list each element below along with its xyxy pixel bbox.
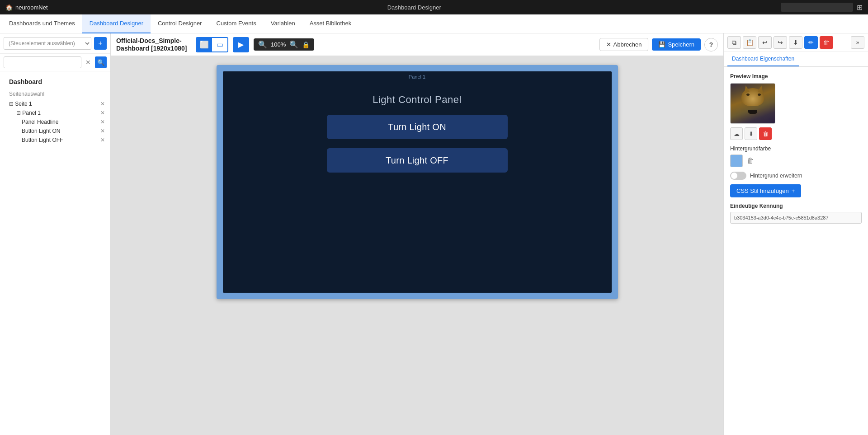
right-tool-download-button[interactable]: ⬇ — [789, 36, 802, 49]
sidebar: (Steuerelement auswählen) + ✕ 🔍 Dashboar… — [0, 33, 111, 435]
view-toggle: ⬜ ▭ — [196, 37, 228, 52]
main-layout: (Steuerelement auswählen) + ✕ 🔍 Dashboar… — [0, 33, 868, 435]
action-buttons: ✕ Abbrechen 💾 Speichern ? — [599, 38, 718, 51]
tree-item-panel1[interactable]: ⊟ Panel 1 ✕ — [2, 108, 108, 117]
tree-item-close-panel1[interactable]: ✕ — [100, 110, 105, 116]
tree-section: Seitenauswahl — [2, 89, 108, 99]
tree-item-label-panel-headline: Panel Headline — [22, 119, 58, 125]
cat-preview-image — [731, 84, 775, 123]
hintergrundfarbe-label: Hintergrundfarbe — [730, 145, 862, 152]
preview-upload-button[interactable]: ☁ — [730, 127, 743, 140]
add-control-button[interactable]: + — [94, 37, 107, 50]
tab-dashboard-eigenschaften[interactable]: Dashboard Eigenschaften — [727, 52, 799, 66]
preview-image-section-title: Preview Image — [730, 73, 862, 80]
nav-tabs: Dashboards und Themes Dashboard Designer… — [0, 14, 868, 33]
tree-root: Dashboard — [2, 75, 108, 89]
tree-item-seite1[interactable]: ⊟ Seite 1 ✕ — [2, 99, 108, 108]
save-label: Speichern — [668, 41, 694, 48]
tree-item-close-seite1[interactable]: ✕ — [100, 101, 105, 107]
tree-item-close-btn-on[interactable]: ✕ — [100, 128, 105, 134]
sidebar-clear-button[interactable]: ✕ — [83, 57, 93, 67]
hintergrund-erweitern-toggle[interactable] — [730, 172, 746, 180]
eindeutige-kennung-label: Eindeutige Kennung — [730, 203, 862, 209]
props-content: Preview Image ☁ ⬇ 🗑 Hintergrundfarbe — [724, 67, 868, 435]
color-delete-button[interactable]: 🗑 — [745, 156, 755, 166]
css-plus-icon: + — [792, 187, 795, 194]
right-tool-edit-button[interactable]: ✏ — [804, 36, 818, 49]
tree-item-label-seite1: ⊟ Seite 1 — [9, 101, 32, 107]
cancel-x-icon: ✕ — [606, 41, 611, 48]
view-split-button[interactable]: ▭ — [212, 38, 227, 51]
right-expand-button[interactable]: » — [851, 36, 864, 49]
preview-image-box — [730, 83, 775, 124]
turn-light-on-button[interactable]: Turn Light ON — [327, 115, 508, 139]
color-swatch[interactable] — [730, 154, 743, 167]
topbar-search-input[interactable] — [781, 3, 853, 12]
zoom-out-button[interactable]: 🔍 — [258, 40, 267, 49]
sidebar-search-button[interactable]: 🔍 — [95, 56, 107, 68]
preview-image-actions: ☁ ⬇ 🗑 — [730, 127, 862, 140]
tree-item-close-panel-headline[interactable]: ✕ — [100, 119, 105, 125]
color-row: 🗑 — [730, 154, 862, 167]
uuid-input[interactable] — [730, 212, 862, 224]
zoom-level: 100% — [271, 41, 286, 48]
cancel-button[interactable]: ✕ Abbrechen — [599, 38, 649, 51]
tab-custom-events[interactable]: Custom Events — [209, 14, 264, 33]
view-desktop-button[interactable]: ⬜ — [197, 38, 212, 51]
right-tool-delete-button[interactable]: 🗑 — [820, 36, 833, 49]
tree-container: Dashboard Seitenauswahl ⊟ Seite 1 ✕ ⊟ Pa… — [0, 71, 110, 435]
play-icon: ▶ — [238, 40, 244, 49]
save-icon: 💾 — [658, 41, 665, 48]
tab-asset-bibliothek[interactable]: Asset Bibliothek — [302, 14, 359, 33]
right-tool-redo-button[interactable]: ↪ — [774, 36, 787, 49]
tree-section-label: Seitenauswahl — [5, 90, 48, 98]
topbar: 🏠 neuroomNet Dashboard Designer ⊞ — [0, 0, 868, 14]
app-name: neuroomNet — [15, 4, 48, 11]
panel-title: Light Control Panel — [373, 94, 462, 106]
css-add-button[interactable]: CSS Stil hinzufügen + — [730, 184, 801, 197]
tree-item-panel-headline[interactable]: Panel Headline ✕ — [2, 117, 108, 126]
topbar-grid-icon: ⊞ — [857, 3, 863, 12]
center-area: Official-Docs_Simple-Dashboard [1920x108… — [111, 33, 723, 435]
canvas-area: Panel 1 Light Control Panel Turn Light O… — [111, 56, 723, 435]
right-tool-undo-button[interactable]: ↩ — [758, 36, 772, 49]
sidebar-toolbar: (Steuerelement auswählen) + — [0, 33, 110, 54]
play-button[interactable]: ▶ — [233, 37, 249, 52]
tree-root-label: Dashboard — [5, 76, 46, 87]
toggle-row: Hintergrund erweitern — [730, 172, 862, 180]
css-label: CSS Stil hinzufügen — [736, 187, 789, 194]
control-select[interactable]: (Steuerelement auswählen) — [4, 37, 91, 50]
tree-item-close-btn-off[interactable]: ✕ — [100, 137, 105, 143]
panel-label: Panel 1 — [409, 74, 425, 80]
tab-dashboard-designer[interactable]: Dashboard Designer — [82, 14, 151, 33]
tab-variablen[interactable]: Variablen — [264, 14, 302, 33]
right-toolbar: ⧉ 📋 ↩ ↪ ⬇ ✏ 🗑 » — [724, 33, 868, 52]
sidebar-search-row: ✕ 🔍 — [0, 54, 110, 71]
turn-light-off-button[interactable]: Turn Light OFF — [327, 148, 508, 173]
right-tool-copy-button[interactable]: ⧉ — [727, 36, 741, 49]
topbar-title: Dashboard Designer — [387, 4, 441, 11]
zoom-in-button[interactable]: 🔍 — [289, 40, 298, 49]
dashboard-title: Official-Docs_Simple-Dashboard [1920x108… — [116, 37, 189, 52]
lock-icon: 🔒 — [302, 41, 310, 48]
sidebar-search-input[interactable] — [4, 56, 81, 68]
zoom-controls: 🔍 100% 🔍 🔒 — [254, 38, 314, 51]
right-tool-paste-button[interactable]: 📋 — [743, 36, 756, 49]
search-icon: 🔍 — [97, 59, 105, 66]
topbar-logo: 🏠 neuroomNet — [5, 4, 48, 11]
tree-item-label-btn-on: Button Light ON — [22, 128, 60, 134]
canvas-frame: Panel 1 Light Control Panel Turn Light O… — [217, 65, 618, 299]
topbar-right: ⊞ — [781, 3, 863, 12]
preview-delete-button[interactable]: 🗑 — [759, 127, 772, 140]
props-tab-bar: Dashboard Eigenschaften — [724, 52, 868, 67]
tree-item-btn-off[interactable]: Button Light OFF ✕ — [2, 136, 108, 145]
center-toolbar: Official-Docs_Simple-Dashboard [1920x108… — [111, 33, 723, 56]
tab-dashboards[interactable]: Dashboards und Themes — [2, 14, 82, 33]
tree-item-label-btn-off: Button Light OFF — [22, 137, 63, 143]
tab-control-designer[interactable]: Control Designer — [151, 14, 209, 33]
save-button[interactable]: 💾 Speichern — [652, 38, 701, 51]
help-button[interactable]: ? — [704, 38, 718, 51]
cancel-label: Abbrechen — [613, 41, 642, 48]
tree-item-btn-on[interactable]: Button Light ON ✕ — [2, 126, 108, 136]
preview-download-button[interactable]: ⬇ — [745, 127, 757, 140]
